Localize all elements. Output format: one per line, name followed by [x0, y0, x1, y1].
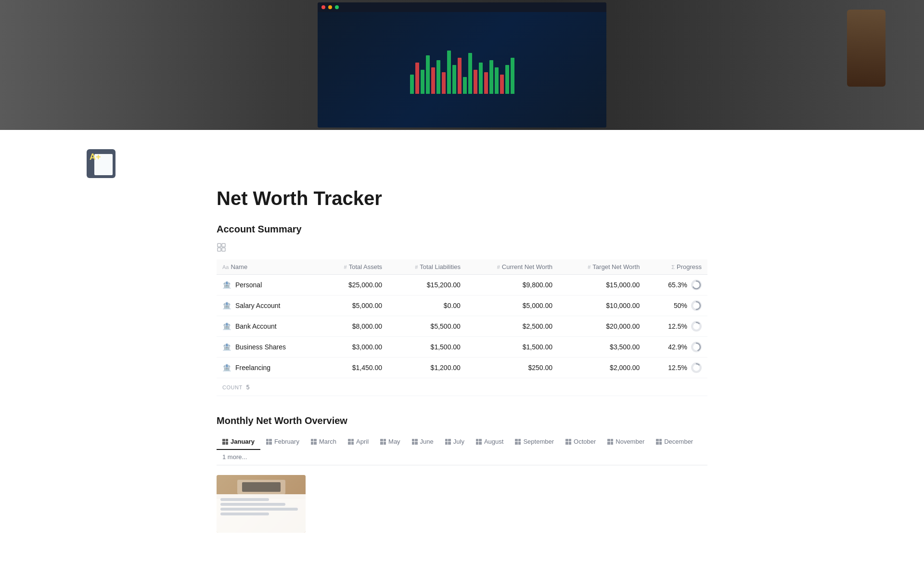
row-total-liabilities: $1,200.00 — [388, 358, 466, 378]
chart-bar — [489, 60, 493, 94]
chart-bar — [442, 72, 446, 94]
chart-bar — [447, 51, 451, 94]
main-content: Net Worth Tracker Account Summary Aa Nam… — [173, 188, 751, 552]
tab-label: February — [274, 438, 299, 445]
tab-label: October — [574, 438, 596, 445]
tab-label: January — [231, 438, 255, 445]
monthly-tabs[interactable]: JanuaryFebruaryMarchAprilMayJuneJulyAugu… — [217, 434, 707, 465]
progress-svg — [691, 362, 702, 373]
tab-january[interactable]: January — [217, 434, 260, 450]
row-total-liabilities: $15,200.00 — [388, 275, 466, 295]
january-thumbnail[interactable] — [217, 475, 306, 533]
row-progress: 12.5% — [645, 316, 707, 337]
table-row[interactable]: 🏦Salary Account$5,000.00$0.00$5,000.00$1… — [217, 295, 707, 316]
chart-bar — [436, 60, 440, 94]
tab-grid-icon — [445, 439, 451, 445]
row-current-net-worth: $2,500.00 — [466, 316, 558, 337]
row-target-net-worth: $2,000.00 — [558, 358, 645, 378]
tab-more[interactable]: 1 more... — [217, 449, 253, 465]
row-total-liabilities: $5,500.00 — [388, 316, 466, 337]
tab-december[interactable]: December — [650, 434, 699, 450]
tab-label: July — [453, 438, 464, 445]
chart-bar — [463, 77, 467, 94]
tab-label: August — [484, 438, 503, 445]
bank-icon: 🏦 — [222, 322, 231, 331]
tab-grid-icon — [266, 439, 272, 445]
chart-bar — [500, 75, 504, 94]
col-header-current-net-worth: # Current Net Worth — [466, 259, 558, 275]
row-target-net-worth: $20,000.00 — [558, 316, 645, 337]
row-target-net-worth: $3,500.00 — [558, 337, 645, 358]
row-progress: 12.5% — [645, 358, 707, 378]
tab-grid-icon — [348, 439, 354, 445]
chart-bar — [468, 53, 472, 94]
chart-bar — [474, 70, 477, 94]
tab-grid-icon — [565, 439, 571, 445]
page-icon — [87, 149, 116, 178]
monthly-overview-title: Monthly Net Worth Overview — [217, 415, 707, 426]
hero-screen-header — [318, 2, 606, 12]
row-total-assets: $8,000.00 — [320, 316, 388, 337]
page-title: Net Worth Tracker — [217, 188, 707, 209]
progress-pct-label: 12.5% — [668, 322, 687, 330]
row-total-assets: $25,000.00 — [320, 275, 388, 295]
account-table-body: 🏦Personal$25,000.00$15,200.00$9,800.00$1… — [217, 275, 707, 378]
svg-rect-3 — [222, 248, 225, 251]
tab-november[interactable]: November — [602, 434, 650, 450]
progress-pct-label: 42.9% — [668, 343, 687, 351]
tab-grid-icon — [607, 439, 613, 445]
tab-august[interactable]: August — [470, 434, 509, 450]
table-count-row: COUNT 5 — [217, 378, 707, 396]
tab-grid-icon — [222, 439, 228, 445]
bank-icon: 🏦 — [222, 281, 231, 289]
col-header-progress: Σ Progress — [645, 259, 707, 275]
tab-march[interactable]: March — [305, 434, 342, 450]
table-row[interactable]: 🏦Freelancing$1,450.00$1,200.00$250.00$2,… — [217, 358, 707, 378]
tab-february[interactable]: February — [260, 434, 305, 450]
svg-rect-2 — [218, 248, 221, 251]
tab-september[interactable]: September — [509, 434, 560, 450]
tab-grid-icon — [476, 439, 482, 445]
thumb-line-2 — [220, 503, 285, 506]
table-icon-bar — [217, 243, 707, 254]
progress-circle — [691, 280, 702, 290]
chart-bar — [426, 55, 430, 94]
tab-grid-icon — [380, 439, 386, 445]
tab-grid-icon — [515, 439, 521, 445]
tab-october[interactable]: October — [560, 434, 602, 450]
table-row[interactable]: 🏦Business Shares$3,000.00$1,500.00$1,500… — [217, 337, 707, 358]
tab-grid-icon — [412, 439, 418, 445]
hero-screen-content — [318, 12, 606, 128]
progress-circle — [691, 362, 702, 373]
tab-more-label: 1 more... — [222, 453, 247, 461]
tab-july[interactable]: July — [439, 434, 470, 450]
bank-icon: 🏦 — [222, 343, 231, 351]
tab-april[interactable]: April — [342, 434, 374, 450]
col-header-total-liabilities: # Total Liabilities — [388, 259, 466, 275]
table-grid-icon — [217, 243, 226, 252]
chart-bars — [405, 41, 519, 99]
progress-circle — [691, 300, 702, 311]
account-table: Aa Name # Total Assets # Total Lia — [217, 259, 707, 396]
progress-pct-label: 50% — [674, 302, 687, 309]
row-total-liabilities: $0.00 — [388, 295, 466, 316]
table-row[interactable]: 🏦Personal$25,000.00$15,200.00$9,800.00$1… — [217, 275, 707, 295]
chart-bar — [410, 75, 414, 94]
col-header-name: Aa Name — [217, 259, 320, 275]
tab-may[interactable]: May — [374, 434, 406, 450]
chart-bar — [505, 65, 509, 94]
progress-svg — [691, 280, 702, 290]
chart-bar — [479, 63, 483, 94]
tab-label: November — [616, 438, 644, 445]
row-total-assets: $3,000.00 — [320, 337, 388, 358]
progress-pct-label: 12.5% — [668, 364, 687, 372]
table-header-row: Aa Name # Total Assets # Total Lia — [217, 259, 707, 275]
row-total-liabilities: $1,500.00 — [388, 337, 466, 358]
tab-grid-icon — [311, 439, 317, 445]
tab-june[interactable]: June — [406, 434, 439, 450]
chart-bar — [484, 72, 488, 94]
row-total-assets: $5,000.00 — [320, 295, 388, 316]
chart-bar — [421, 70, 424, 94]
thumbnail-area — [217, 475, 707, 533]
table-row[interactable]: 🏦Bank Account$8,000.00$5,500.00$2,500.00… — [217, 316, 707, 337]
